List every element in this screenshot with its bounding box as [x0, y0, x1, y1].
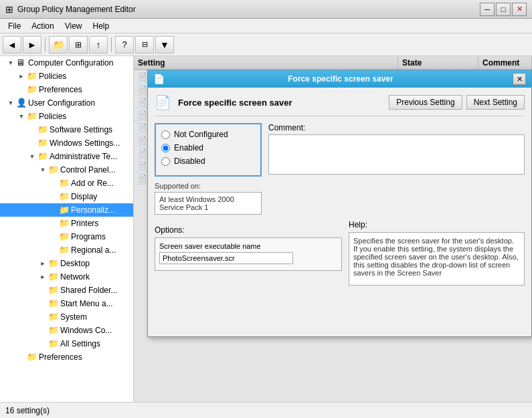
toolbar-back[interactable]: ◄ — [3, 36, 21, 54]
menu-view[interactable]: View — [60, 20, 88, 32]
icon-preferences-1: 📁 — [27, 84, 37, 95]
close-button[interactable]: ✕ — [512, 3, 527, 16]
comment-label: Comment: — [268, 123, 525, 132]
help-label: Help: — [349, 220, 525, 229]
icon-preferences-2: 📁 — [27, 352, 37, 362]
tree-item-user-config[interactable]: ▼ 👤 User Configuration — [0, 96, 133, 110]
menu-bar: File Action View Help — [0, 19, 532, 33]
status-text: 16 setting(s) — [5, 406, 50, 415]
icon-system: 📁 — [48, 312, 59, 322]
modal-header-icon: 📄 — [155, 94, 171, 110]
expander-computer-config[interactable]: ▼ — [5, 58, 16, 68]
tree-item-preferences-2[interactable]: ► 📁 Preferences — [0, 350, 133, 364]
expander-network[interactable]: ► — [37, 272, 48, 282]
tree-item-preferences-1[interactable]: ► 📁 Preferences — [0, 83, 133, 96]
tree-item-admin-templates[interactable]: ▼ 📁 Administrative Te... — [0, 150, 133, 163]
modal-options-area: Not Configured Enabled Disabled — [155, 123, 525, 215]
tree-item-computer-config[interactable]: ▼ 🖥 Computer Configuration — [0, 56, 133, 70]
icon-programs: 📁 — [59, 231, 70, 242]
modal-close-button[interactable]: ✕ — [513, 73, 526, 85]
icon-computer-config: 🖥 — [16, 58, 27, 68]
tree-item-all-settings[interactable]: ► 📁 All Settings — [0, 337, 133, 350]
icon-control-panel: 📁 — [48, 165, 59, 175]
options-left: Not Configured Enabled Disabled — [155, 123, 262, 215]
tree-item-start-menu[interactable]: ► 📁 Start Menu a... — [0, 297, 133, 310]
icon-network: 📁 — [48, 272, 59, 282]
radio-disabled[interactable]: Disabled — [161, 156, 255, 166]
icon-policies-1: 📁 — [27, 71, 37, 82]
tree-item-control-panel[interactable]: ▼ 📁 Control Panel... — [0, 163, 133, 177]
modal-window: 📄 Force specific screen saver ✕ 📄 Force … — [147, 70, 532, 337]
left-panel: ▼ 🖥 Computer Configuration ► 📁 Policies … — [0, 56, 134, 402]
icon-start-menu: 📁 — [48, 298, 59, 309]
icon-add-remove: 📁 — [59, 178, 70, 189]
expander-policies-1[interactable]: ► — [16, 71, 27, 82]
icon-admin-templates: 📁 — [37, 151, 48, 162]
window-title: Group Policy Management Editor — [17, 5, 136, 14]
expander-desktop[interactable]: ► — [37, 258, 48, 269]
tree-item-regional[interactable]: ► 📁 Regional a... — [0, 243, 133, 257]
tree-item-printers[interactable]: ► 📁 Printers — [0, 217, 133, 230]
next-setting-button[interactable]: Next Setting — [466, 95, 525, 110]
status-bar: 16 setting(s) — [0, 402, 532, 418]
radio-disabled-label: Disabled — [174, 156, 205, 166]
icon-windows-components: 📁 — [48, 325, 59, 336]
screen-saver-label: Screen saver executable name — [159, 242, 337, 250]
toolbar-filter[interactable]: ▼ — [155, 36, 174, 54]
minimize-button[interactable]: ─ — [480, 3, 495, 16]
expander-admin-templates[interactable]: ▼ — [27, 151, 37, 162]
icon-display: 📁 — [59, 191, 70, 202]
toolbar-folder[interactable]: 📁 — [49, 36, 68, 54]
modal-body: 📄 Force specific screen saver Previous S… — [148, 88, 531, 292]
radio-group: Not Configured Enabled Disabled — [155, 123, 262, 177]
tree-item-programs[interactable]: ► 📁 Programs — [0, 230, 133, 243]
toolbar-up[interactable]: ↑ — [89, 36, 108, 54]
icon-printers: 📁 — [59, 218, 70, 229]
radio-enabled[interactable]: Enabled — [161, 143, 255, 152]
icon-windows-settings: 📁 — [37, 138, 48, 148]
tree-item-windows-settings[interactable]: ► 📁 Windows Settings... — [0, 136, 133, 150]
toolbar-view[interactable]: ⊟ — [135, 36, 154, 54]
menu-file[interactable]: File — [3, 20, 26, 32]
expander-user-config[interactable]: ▼ — [5, 98, 16, 108]
menu-action[interactable]: Action — [26, 20, 59, 32]
icon-desktop: 📁 — [48, 258, 59, 269]
comment-input[interactable] — [268, 134, 525, 175]
tree-item-software-settings[interactable]: ► 📁 Software Settings — [0, 123, 133, 136]
radio-not-configured[interactable]: Not Configured — [161, 130, 255, 139]
tree-item-policies-2[interactable]: ▼ 📁 Policies — [0, 110, 133, 123]
icon-regional: 📁 — [59, 245, 70, 255]
radio-not-configured-input[interactable] — [161, 130, 170, 139]
tree-item-personalization[interactable]: ► 📁 Personaliz... — [0, 203, 133, 217]
icon-personalization: 📁 — [59, 205, 70, 215]
tree-item-add-remove[interactable]: ► 📁 Add or Re... — [0, 177, 133, 190]
radio-enabled-input[interactable] — [161, 144, 170, 152]
tree-item-desktop[interactable]: ► 📁 Desktop — [0, 257, 133, 270]
tree-item-display[interactable]: ► 📁 Display — [0, 190, 133, 203]
tree-item-policies-1[interactable]: ► 📁 Policies — [0, 70, 133, 83]
prev-setting-button[interactable]: Previous Setting — [389, 95, 462, 110]
modal-title-icon: 📄 — [153, 74, 165, 84]
toolbar-grid[interactable]: ⊞ — [69, 36, 88, 54]
bottom-row: Options: Screen saver executable name do… — [155, 220, 525, 286]
tree-item-windows-components[interactable]: ► 📁 Windows Co... — [0, 324, 133, 337]
tree-item-network[interactable]: ► 📁 Network — [0, 270, 133, 284]
toolbar-forward[interactable]: ► — [23, 36, 41, 54]
supported-value: At least Windows 2000 Service Pack 1 — [155, 192, 262, 215]
supported-section: Supported on: At least Windows 2000 Serv… — [155, 182, 262, 215]
screen-saver-input[interactable] — [159, 252, 293, 264]
tree-item-shared-folders[interactable]: ► 📁 Shared Folder... — [0, 284, 133, 297]
app-icon: ⊞ — [5, 4, 13, 15]
toolbar-help[interactable]: ? — [115, 36, 134, 54]
modal-header-title: Force specific screen saver — [178, 98, 292, 108]
tree-item-system[interactable]: ► 📁 System — [0, 310, 133, 324]
menu-help[interactable]: Help — [88, 20, 115, 32]
supported-label: Supported on: — [155, 182, 262, 190]
expander-policies-2[interactable]: ▼ — [16, 111, 27, 122]
maximize-button[interactable]: □ — [496, 3, 511, 16]
icon-user-config: 👤 — [16, 98, 27, 108]
expander-control-panel[interactable]: ▼ — [37, 165, 48, 175]
radio-disabled-input[interactable] — [161, 157, 170, 166]
options-label: Options: — [155, 225, 342, 235]
title-bar: ⊞ Group Policy Management Editor ─ □ ✕ — [0, 0, 532, 19]
